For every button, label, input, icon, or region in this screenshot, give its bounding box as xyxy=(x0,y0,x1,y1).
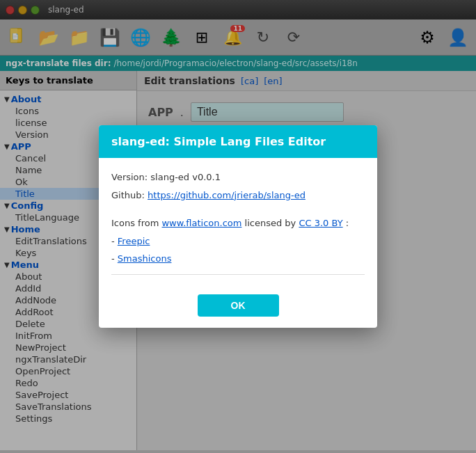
smashicons-link[interactable]: Smashicons xyxy=(118,253,172,264)
version-label: Version: slang-ed v0.0.1 xyxy=(111,172,221,182)
flaticon-link[interactable]: www.flaticon.com xyxy=(161,218,241,228)
dialog-footer: OK xyxy=(99,287,377,328)
dash2: - xyxy=(111,253,118,264)
colon: : xyxy=(346,218,349,228)
github-label: Github: xyxy=(111,190,145,200)
icons-line: Icons from www.flaticon.com licensed by … xyxy=(111,216,365,230)
dialog-body: Version: slang-ed v0.0.1 Github: https:/… xyxy=(99,158,377,287)
github-link[interactable]: https://github.com/jrierab/slang-ed xyxy=(148,190,306,200)
licensed-label: licensed by xyxy=(245,218,299,228)
icons-label: Icons from xyxy=(111,218,159,228)
github-line: Github: https://github.com/jrierab/slang… xyxy=(111,189,365,202)
ok-button[interactable]: OK xyxy=(198,294,279,317)
version-line: Version: slang-ed v0.0.1 xyxy=(111,170,365,184)
dialog-divider xyxy=(111,274,365,275)
dialog-title: slang-ed: Simple Lang Files Editor xyxy=(99,125,377,158)
dash1: - xyxy=(111,236,118,246)
freepic-line: - Freepic xyxy=(111,235,365,248)
freepic-link[interactable]: Freepic xyxy=(118,236,150,246)
smashicons-line: - Smashicons xyxy=(111,252,365,266)
cc-link[interactable]: CC 3.0 BY xyxy=(299,218,342,228)
about-dialog: slang-ed: Simple Lang Files Editor Versi… xyxy=(99,125,377,328)
dialog-overlay: slang-ed: Simple Lang Files Editor Versi… xyxy=(0,0,476,453)
